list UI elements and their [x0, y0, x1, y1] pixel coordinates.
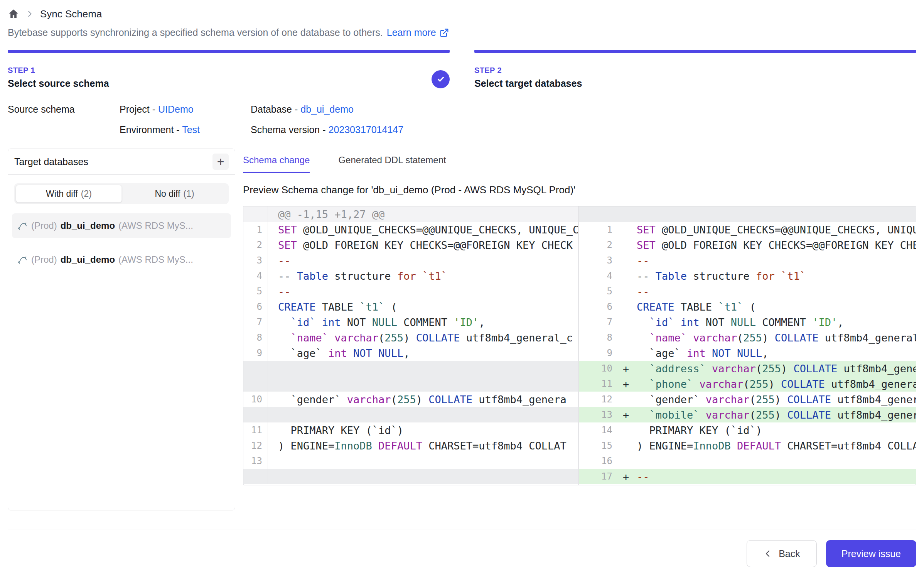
- diff-code-line: [268, 361, 578, 376]
- step-1-progress-bar: [8, 50, 450, 53]
- diff-add-sign: [618, 330, 637, 345]
- diff-code-line: `address` varchar(255) COLLATE utf8mb4_g…: [637, 361, 916, 376]
- diff-add-sign: [618, 453, 637, 469]
- diff-code-line: --: [637, 469, 916, 484]
- diff-add-sign: [618, 299, 637, 314]
- no-diff-count: (1): [183, 189, 194, 199]
- tab-generated-ddl[interactable]: Generated DDL statement: [338, 155, 446, 173]
- diff-row: 8 `name` varchar(255) COLLATE utf8mb4_ge…: [579, 330, 916, 345]
- diff-row: 6CREATE TABLE `t1` (: [579, 299, 916, 314]
- diff-added-row: 10+ `address` varchar(255) COLLATE utf8m…: [579, 361, 916, 376]
- diff-code-line: --: [637, 284, 916, 299]
- diff-row: 2SET @OLD_FOREIGN_KEY_CHECKS=@@FOREIGN_K…: [579, 237, 916, 253]
- project-link[interactable]: UIDemo: [158, 104, 194, 115]
- diff-pane-source: @@ -1,15 +1,27 @@1SET @OLD_UNIQUE_CHECKS…: [243, 206, 579, 485]
- diff-row: 7 `id` int NOT NULL COMMENT 'ID',: [243, 314, 578, 330]
- diff-row: 15) ENGINE=InnoDB DEFAULT CHARSET=utf8mb…: [579, 438, 916, 453]
- diff-add-sign: [618, 438, 637, 453]
- schema-version-link[interactable]: 20230317014147: [328, 124, 403, 135]
- preview-issue-button[interactable]: Preview issue: [826, 540, 916, 567]
- diff-line-number: [579, 206, 618, 222]
- learn-more-link[interactable]: Learn more: [387, 27, 449, 38]
- diff-code-line: CREATE TABLE `t1` (: [268, 299, 578, 314]
- step-1-title: Select source schema: [8, 78, 109, 89]
- diff-line-number: 2: [579, 237, 618, 253]
- external-link-icon: [439, 28, 449, 38]
- diff-code-line: ) ENGINE=InnoDB DEFAULT CHARSET=utf8mb4 …: [268, 438, 578, 453]
- diff-code-line: --: [268, 253, 578, 268]
- diff-row: 4-- Table structure for `t1`: [579, 268, 916, 284]
- diff-filler-row: [243, 361, 578, 376]
- diff-row: 1SET @OLD_UNIQUE_CHECKS=@@UNIQUE_CHECKS,…: [243, 222, 578, 237]
- diff-code-line: SET @OLD_UNIQUE_CHECKS=@@UNIQUE_CHECKS, …: [268, 222, 578, 237]
- diff-row: 8 `name` varchar(255) COLLATE utf8mb4_ge…: [243, 330, 578, 345]
- plus-icon: +: [217, 155, 224, 168]
- diff-code-line: --: [637, 253, 916, 268]
- diff-code-line: [268, 469, 578, 484]
- diff-added-row: 13+ `mobile` varchar(255) COLLATE utf8mb…: [579, 407, 916, 422]
- back-button[interactable]: Back: [747, 540, 817, 567]
- breadcrumb: Sync Schema: [8, 5, 916, 22]
- diff-code-line: PRIMARY KEY (`id`): [637, 422, 916, 438]
- schema-version-field: Schema version - 20230317014147: [251, 124, 916, 135]
- environment-link[interactable]: Test: [182, 124, 200, 135]
- diff-line-number: [243, 469, 268, 484]
- tab-no-diff[interactable]: No diff (1): [122, 185, 227, 203]
- diff-line-number: 14: [579, 422, 618, 438]
- diff-code-line: @@ -1,15 +1,27 @@: [268, 206, 578, 222]
- diff-add-sign: [618, 237, 637, 253]
- step-1: STEP 1 Select source schema: [8, 50, 450, 89]
- step-1-label: STEP 1: [8, 66, 109, 75]
- diff-add-sign: [618, 222, 637, 237]
- diff-row: 9 `age` int NOT NULL,: [243, 345, 578, 361]
- database-link[interactable]: db_ui_demo: [300, 104, 354, 115]
- diff-line-number: [243, 376, 268, 392]
- diff-line-number: 4: [579, 268, 618, 284]
- diff-code-line: [268, 453, 578, 469]
- diff-add-sign: [618, 314, 637, 330]
- mysql-icon: [17, 220, 28, 231]
- diff-row: 11 PRIMARY KEY (`id`): [243, 422, 578, 438]
- add-database-button[interactable]: +: [212, 154, 229, 170]
- diff-filler-row: [243, 469, 578, 484]
- diff-row: 14 PRIMARY KEY (`id`): [579, 422, 916, 438]
- diff-line-number: 17: [579, 469, 618, 484]
- diff-line-number: 12: [579, 392, 618, 407]
- diff-line-number: 1: [579, 222, 618, 237]
- diff-line-number: [243, 407, 268, 422]
- description-text: Bytebase supports synchronizing a specif…: [8, 27, 383, 38]
- target-database-item[interactable]: (Prod)db_ui_demo(AWS RDS MyS...: [12, 213, 231, 238]
- diff-row: 13: [243, 453, 578, 469]
- diff-add-sign: +: [618, 376, 637, 392]
- diff-line-number: 10: [579, 361, 618, 376]
- tab-schema-change[interactable]: Schema change: [243, 155, 310, 173]
- tab-with-diff[interactable]: With diff (2): [16, 185, 122, 203]
- diff-line-number: 9: [243, 345, 268, 361]
- wizard-steps: STEP 1 Select source schema STEP 2 Selec…: [8, 50, 916, 89]
- target-database-item[interactable]: (Prod)db_ui_demo(AWS RDS MyS...: [12, 247, 231, 272]
- breadcrumb-chevron-icon: [25, 10, 34, 18]
- diff-code-line: SET @OLD_FOREIGN_KEY_CHECKS=@@FOREIGN_KE…: [268, 237, 578, 253]
- diff-code-line: [268, 407, 578, 422]
- main-content: Target databases + With diff (2) No diff…: [8, 149, 916, 510]
- home-icon[interactable]: [8, 8, 19, 20]
- diff-line-number: 7: [243, 314, 268, 330]
- diff-line-number: 4: [243, 268, 268, 284]
- preview-tabs: Schema change Generated DDL statement: [243, 149, 916, 173]
- diff-filler-row: [243, 407, 578, 422]
- step-2-progress-bar: [474, 50, 916, 53]
- diff-line-number: 8: [579, 330, 618, 345]
- diff-add-sign: [618, 268, 637, 284]
- diff-line-number: 8: [243, 330, 268, 345]
- db-environment: (Prod): [31, 254, 57, 265]
- diff-row: 4-- Table structure for `t1`: [243, 268, 578, 284]
- diff-code-line: `age` int NOT NULL,: [268, 345, 578, 361]
- sync-schema-page: Sync Schema Bytebase supports synchroniz…: [0, 0, 924, 571]
- diff-line-number: 12: [243, 438, 268, 453]
- diff-add-sign: +: [618, 469, 637, 484]
- schema-preview-section: Schema change Generated DDL statement Pr…: [243, 149, 916, 510]
- diff-row: 6CREATE TABLE `t1` (: [243, 299, 578, 314]
- diff-row: 5--: [243, 284, 578, 299]
- diff-code-line: -- Table structure for `t1`: [637, 268, 916, 284]
- diff-line-number: 3: [579, 253, 618, 268]
